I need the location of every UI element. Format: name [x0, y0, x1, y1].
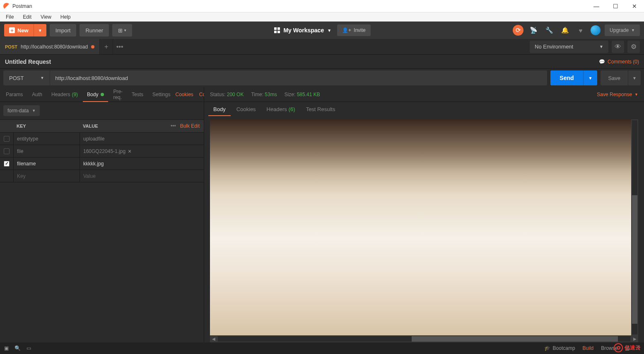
- add-tab-button[interactable]: +: [100, 39, 113, 54]
- send-dropdown-arrow[interactable]: ▼: [583, 70, 598, 85]
- scroll-left-icon[interactable]: ◀: [210, 335, 217, 342]
- row-key[interactable]: entitytype: [13, 133, 80, 145]
- row-value-file[interactable]: 160GQ22045-1.jpg ×: [80, 145, 204, 157]
- cookies-link[interactable]: Cookies: [175, 92, 193, 97]
- response-body: ◀ ▶: [204, 116, 644, 342]
- runner-button[interactable]: Runner: [80, 24, 109, 36]
- form-header-row: KEY VALUE ••• Bulk Edit: [0, 119, 204, 133]
- comments-button[interactable]: 💬 Comments (0): [599, 59, 639, 65]
- save-dropdown-arrow[interactable]: ▼: [628, 70, 641, 85]
- form-data-table: KEY VALUE ••• Bulk Edit entitytype uploa…: [0, 119, 204, 182]
- save-button[interactable]: Save ▼: [601, 70, 641, 85]
- time-label: Time:: [251, 92, 263, 97]
- chevron-down-icon: ▼: [599, 44, 603, 49]
- workspace-selector[interactable]: My Workspace ▼: [274, 27, 331, 34]
- comments-label: Comments (0): [608, 59, 639, 65]
- size-label: Size:: [285, 92, 296, 97]
- request-tab[interactable]: POST http://localhost:8080/download: [0, 39, 100, 54]
- settings-icon[interactable]: 🔧: [543, 24, 555, 36]
- sidebar-toggle-icon[interactable]: ▣: [4, 345, 9, 351]
- import-button[interactable]: Import: [50, 24, 77, 36]
- environment-label: No Environment: [535, 44, 573, 50]
- capture-icon[interactable]: 📡: [528, 24, 539, 36]
- chevron-down-icon: ▼: [634, 92, 638, 97]
- tabs-row: POST http://localhost:8080/download + ••…: [0, 39, 644, 55]
- menu-view[interactable]: View: [36, 13, 55, 21]
- row-checkbox[interactable]: [4, 136, 10, 142]
- new-window-button[interactable]: ⊞▾: [112, 24, 132, 36]
- row-value-placeholder[interactable]: Value: [80, 170, 204, 182]
- new-dropdown-arrow[interactable]: ▼: [34, 24, 46, 36]
- request-header: Untitled Request 💬 Comments (0): [0, 55, 644, 69]
- scroll-right-icon[interactable]: ▶: [631, 335, 638, 342]
- bootcamp-link[interactable]: 🎓 Bootcamp: [544, 345, 575, 351]
- method-label: POST: [9, 75, 24, 81]
- notifications-icon[interactable]: 🔔: [559, 24, 571, 36]
- remove-file-icon[interactable]: ×: [128, 148, 131, 155]
- tab-headers-count: (9): [72, 92, 78, 97]
- tab-prereq[interactable]: Pre-req.: [109, 87, 127, 102]
- row-key-placeholder[interactable]: Key: [13, 170, 80, 182]
- row-value[interactable]: uploadfile: [80, 133, 204, 145]
- comment-icon: 💬: [599, 59, 605, 65]
- environment-selector[interactable]: No Environment ▼: [530, 41, 608, 53]
- window-minimize-button[interactable]: —: [587, 0, 606, 12]
- scrollbar-thumb[interactable]: [632, 195, 637, 324]
- console-icon[interactable]: ▭: [27, 345, 31, 351]
- send-button[interactable]: Send ▼: [550, 70, 597, 85]
- save-response-button[interactable]: Save Response ▼: [597, 92, 638, 97]
- workspace-label: My Workspace: [283, 27, 324, 34]
- url-input[interactable]: http://localhost:8080/download: [50, 70, 547, 85]
- window-maximize-button[interactable]: ☐: [606, 0, 625, 12]
- row-value[interactable]: kkkkk.jpg: [80, 158, 204, 170]
- body-type-selector[interactable]: form-data ▼: [3, 105, 40, 116]
- bulk-edit-link[interactable]: Bulk Edit: [180, 123, 200, 129]
- new-button-label: New: [17, 27, 29, 34]
- scrollbar-thumb[interactable]: [412, 336, 618, 342]
- resp-tab-headers-count: (6): [289, 106, 295, 112]
- url-row: POST ▼ http://localhost:8080/download Se…: [0, 69, 644, 87]
- tab-body[interactable]: Body: [83, 87, 108, 102]
- new-button[interactable]: + New ▼: [4, 24, 46, 36]
- menu-edit[interactable]: Edit: [19, 13, 36, 21]
- heart-icon[interactable]: ♥: [575, 24, 586, 36]
- status-value: 200 OK: [227, 92, 244, 97]
- method-selector[interactable]: POST ▼: [3, 70, 50, 85]
- find-icon[interactable]: 🔍: [14, 345, 21, 351]
- window-close-button[interactable]: ✕: [625, 0, 644, 12]
- resp-tab-cookies[interactable]: Cookies: [232, 102, 261, 116]
- row-checkbox[interactable]: ✓: [4, 161, 10, 167]
- resp-tab-headers-label: Headers: [267, 106, 287, 112]
- build-link[interactable]: Build: [583, 345, 594, 351]
- resp-tab-headers[interactable]: Headers (6): [262, 102, 300, 116]
- request-name[interactable]: Untitled Request: [5, 58, 51, 65]
- horizontal-scrollbar[interactable]: ◀ ▶: [210, 335, 638, 342]
- env-preview-button[interactable]: 👁: [612, 41, 624, 53]
- resp-tab-body[interactable]: Body: [208, 102, 231, 116]
- menu-help[interactable]: Help: [56, 13, 75, 21]
- chevron-down-icon: ▼: [40, 76, 44, 80]
- resp-tab-test-results[interactable]: Test Results: [301, 102, 340, 116]
- tab-auth[interactable]: Auth: [28, 87, 46, 102]
- tab-params[interactable]: Params: [2, 87, 27, 102]
- row-key[interactable]: filename: [13, 158, 80, 170]
- invite-button[interactable]: 👤+ Invite: [337, 24, 371, 36]
- sync-icon[interactable]: ⟳: [513, 25, 523, 36]
- tab-tests[interactable]: Tests: [128, 87, 147, 102]
- tab-overflow-button[interactable]: •••: [113, 39, 126, 54]
- upgrade-button[interactable]: Upgrade ▼: [605, 24, 640, 36]
- response-image-viewport[interactable]: [210, 119, 638, 335]
- tab-settings[interactable]: Settings: [148, 87, 174, 102]
- tab-headers[interactable]: Headers (9): [47, 87, 82, 102]
- plus-icon: +: [9, 27, 15, 33]
- row-checkbox[interactable]: [4, 148, 10, 154]
- env-settings-button[interactable]: ⚙: [627, 41, 640, 53]
- row-options-icon[interactable]: •••: [171, 123, 176, 129]
- avatar-icon[interactable]: [591, 25, 601, 35]
- response-pane: Status: 200 OK Time: 53ms Size: 585.41 K…: [204, 87, 644, 342]
- tab-headers-label: Headers: [51, 92, 70, 97]
- menu-file[interactable]: File: [2, 13, 18, 21]
- row-key[interactable]: file: [13, 145, 80, 157]
- response-status-row: Status: 200 OK Time: 53ms Size: 585.41 K…: [204, 87, 644, 102]
- vertical-scrollbar[interactable]: [631, 119, 638, 335]
